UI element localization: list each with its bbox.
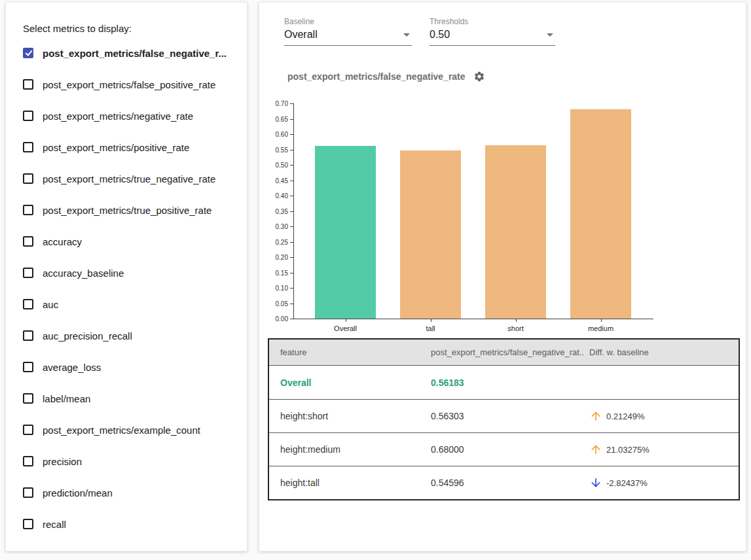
table-row[interactable]: Overall0.56183 — [269, 366, 739, 399]
checkbox-unchecked-icon[interactable] — [23, 393, 33, 404]
checkbox-unchecked-icon[interactable] — [23, 111, 33, 121]
metric-label: label/mean — [43, 393, 90, 404]
x-axis-tick — [346, 319, 346, 322]
checkbox-unchecked-icon[interactable] — [23, 236, 33, 247]
metric-label: precision — [43, 456, 82, 467]
checkbox-unchecked-icon[interactable] — [23, 519, 33, 529]
checkbox-checked-icon[interactable] — [23, 48, 33, 58]
y-axis-tick — [290, 181, 293, 181]
y-axis-tick-label: 0.65 — [259, 116, 288, 123]
y-axis-tick — [290, 196, 293, 196]
chart-bar-overall[interactable] — [315, 146, 376, 319]
thresholds-select[interactable]: Thresholds 0.50 — [430, 17, 555, 46]
chevron-down-icon[interactable] — [547, 33, 553, 37]
checkbox-unchecked-icon[interactable] — [23, 330, 33, 341]
y-axis-tick — [290, 119, 293, 120]
bar-chart: 0.000.050.100.150.200.250.300.350.400.45… — [259, 101, 747, 340]
cell-feature: height:medium — [269, 444, 431, 455]
metric-checkbox-item[interactable]: auc_precision_recall — [23, 327, 132, 344]
metric-checkbox-item[interactable]: post_export_metrics/true_negative_rate — [23, 170, 215, 187]
metric-checkbox-item[interactable]: post_export_metrics/positive_rate — [23, 139, 189, 156]
y-axis-tick-label: 0.60 — [259, 131, 288, 138]
diff-percentage: 21.03275% — [606, 445, 650, 455]
column-header-feature: feature — [269, 347, 431, 357]
y-axis-tick — [290, 242, 293, 243]
metric-checkbox-item[interactable]: post_export_metrics/true_positive_rate — [23, 201, 211, 219]
metric-label: post_export_metrics/example_count — [43, 425, 200, 436]
cell-metric-value: 0.54596 — [431, 478, 585, 488]
metric-checkbox-item[interactable]: prediction/mean — [23, 484, 113, 501]
metric-checkbox-item[interactable]: auc — [23, 296, 58, 313]
table-row[interactable]: height:short0.563030.21249% — [269, 399, 739, 432]
chart-title: post_export_metrics/false_negative_rate — [287, 71, 466, 82]
checkbox-unchecked-icon[interactable] — [23, 79, 33, 90]
table-body: Overall0.56183height:short0.563030.21249… — [269, 366, 739, 499]
checkbox-unchecked-icon[interactable] — [23, 268, 33, 278]
cell-feature: height:tall — [269, 478, 431, 488]
arrow-down-icon — [589, 476, 602, 489]
cell-metric-value: 0.56303 — [431, 411, 585, 421]
y-axis-tick — [290, 257, 293, 258]
x-axis-tick-label: Overall — [313, 324, 378, 332]
cell-diff: -2.82437% — [585, 476, 739, 489]
y-axis-tick-label: 0.15 — [259, 270, 288, 277]
metric-label: auc — [43, 299, 58, 310]
y-axis-tick — [290, 288, 293, 289]
chart-bar-medium[interactable] — [570, 109, 631, 319]
metrics-select-panel: Select metrics to display: post_export_m… — [5, 2, 247, 551]
y-axis-tick-label: 0.10 — [259, 285, 288, 292]
metric-label: post_export_metrics/true_positive_rate — [43, 205, 211, 216]
chevron-down-icon[interactable] — [403, 33, 410, 37]
metric-label: post_export_metrics/false_negative_r... — [43, 48, 227, 59]
y-axis-tick — [290, 273, 293, 273]
chart-header: post_export_metrics/false_negative_rate — [287, 71, 485, 82]
checkbox-unchecked-icon[interactable] — [23, 456, 33, 466]
gear-icon[interactable] — [473, 71, 485, 82]
baseline-select[interactable]: Baseline Overall — [284, 17, 412, 46]
y-axis-tick-label: 0.05 — [259, 300, 288, 307]
y-axis-tick-label: 0.45 — [259, 177, 288, 184]
metric-checkbox-item[interactable]: accuracy — [23, 233, 82, 250]
checkbox-unchecked-icon[interactable] — [23, 173, 33, 184]
x-axis-tick-label: medium — [568, 324, 634, 332]
x-axis-line — [293, 319, 653, 319]
y-axis-tick — [290, 211, 293, 212]
metric-checkbox-item[interactable]: recall — [23, 516, 66, 533]
metric-checkbox-item[interactable]: accuracy_baseline — [23, 264, 124, 281]
metric-label: average_loss — [43, 362, 101, 373]
y-axis-tick — [290, 150, 293, 150]
metric-label: auc_precision_recall — [43, 330, 132, 341]
y-axis-tick-label: 0.50 — [259, 162, 288, 169]
checkbox-unchecked-icon[interactable] — [23, 299, 33, 309]
checkbox-unchecked-icon[interactable] — [23, 205, 33, 215]
chart-bar-short[interactable] — [485, 145, 546, 319]
chart-bar-tall[interactable] — [400, 150, 461, 319]
x-axis-tick-label: tall — [398, 324, 464, 332]
metric-checkbox-item[interactable]: precision — [23, 453, 82, 470]
metric-checkbox-item[interactable]: post_export_metrics/negative_rate — [23, 107, 193, 124]
baseline-value: Overall — [284, 29, 318, 41]
metric-checkbox-item[interactable]: post_export_metrics/example_count — [23, 421, 200, 438]
metric-checkbox-item[interactable]: post_export_metrics/false_negative_r... — [23, 44, 227, 61]
metric-checkbox-item[interactable]: post_export_metrics/false_positive_rate — [23, 76, 215, 93]
cell-diff: 0.21249% — [585, 410, 739, 423]
metric-label: post_export_metrics/true_negative_rate — [43, 173, 215, 184]
checkbox-unchecked-icon[interactable] — [23, 362, 33, 372]
y-axis-tick — [290, 304, 293, 304]
metrics-table: feature post_export_metrics/false_negati… — [268, 338, 740, 500]
metric-checkbox-item[interactable]: label/mean — [23, 390, 90, 407]
column-header-diff: Diff. w. baseline — [585, 347, 739, 357]
metric-checkbox-item[interactable]: average_loss — [23, 359, 101, 376]
metric-label: recall — [43, 519, 66, 530]
table-row[interactable]: height:medium0.6800021.03275% — [269, 432, 739, 466]
y-axis-line — [293, 103, 294, 319]
checkbox-unchecked-icon[interactable] — [23, 142, 33, 152]
y-axis-tick — [290, 226, 293, 227]
y-axis-tick — [290, 165, 293, 166]
sidebar-title: Select metrics to display: — [23, 23, 132, 34]
table-row[interactable]: height:tall0.54596-2.82437% — [269, 466, 739, 499]
checkbox-unchecked-icon[interactable] — [23, 487, 33, 498]
checkbox-unchecked-icon[interactable] — [23, 425, 33, 435]
diff-percentage: 0.21249% — [606, 411, 645, 421]
arrow-up-icon — [589, 410, 602, 423]
